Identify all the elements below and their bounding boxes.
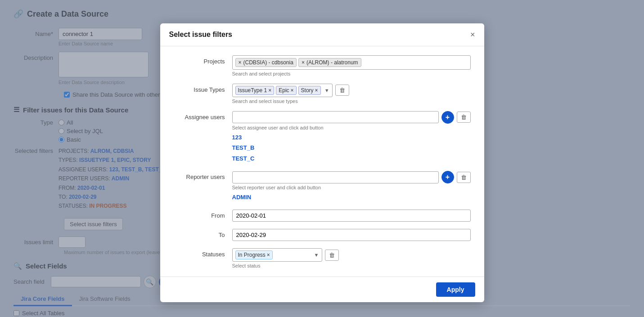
- issue-types-row: Issue Types IssueType 1 × Epic ×: [174, 84, 471, 104]
- to-content: [232, 229, 471, 241]
- dropdown-arrow-icon: ▼: [324, 88, 329, 93]
- modal-body: Projects × (CDBSIA) - cdbsonia × (ALROM)…: [160, 46, 484, 277]
- issue-types-label: Issue Types: [174, 84, 232, 93]
- modal-footer: Apply: [160, 277, 484, 302]
- reporter-user-admin: ADMIN: [232, 192, 471, 202]
- type-tag-x[interactable]: ×: [291, 87, 294, 94]
- type-tag-x[interactable]: ×: [315, 87, 318, 94]
- assignee-hint: Select assignee user and click add butto…: [232, 125, 471, 130]
- statuses-clear-button[interactable]: 🗑: [325, 250, 339, 261]
- reporter-clear-button[interactable]: 🗑: [457, 172, 471, 183]
- assignee-user-123: 123: [232, 132, 471, 143]
- tag-x[interactable]: ×: [239, 59, 242, 66]
- modal-title: Select issue filters: [169, 31, 233, 39]
- assignee-row: Assignee users + 🗑 Select assignee user …: [174, 111, 471, 164]
- projects-content: × (CDBSIA) - cdbsonia × (ALROM) - alatro…: [232, 55, 471, 76]
- issue-types-dropdown[interactable]: IssueType 1 × Epic × Story × ▼: [232, 84, 333, 97]
- from-row: From: [174, 210, 471, 222]
- projects-hint: Search and select projects: [232, 71, 471, 76]
- assignee-label: Assignee users: [174, 111, 232, 121]
- statuses-label: Statuses: [174, 248, 232, 258]
- modal-header: Select issue filters ×: [160, 23, 484, 46]
- statuses-dropdown[interactable]: In Progress × ▼: [232, 248, 322, 262]
- issue-types-hint: Search and select issue types: [232, 98, 471, 104]
- tag-x[interactable]: ×: [302, 59, 305, 66]
- assignee-user-testc: TEST_C: [232, 153, 471, 164]
- project-tag-alrom: × (ALROM) - alatronum: [298, 58, 361, 67]
- to-input[interactable]: [232, 229, 471, 241]
- reporter-hint: Select reporter user and click add butto…: [232, 185, 471, 190]
- assignee-add-button[interactable]: +: [441, 111, 454, 124]
- from-label: From: [174, 210, 232, 219]
- to-label: To: [174, 229, 232, 238]
- reporter-add-button[interactable]: +: [441, 171, 454, 183]
- issue-types-controls: IssueType 1 × Epic × Story × ▼: [232, 84, 471, 97]
- assignee-user-list: 123 TEST_B TEST_C: [232, 132, 471, 164]
- statuses-row: Statuses In Progress × ▼ 🗑 Select status: [174, 248, 471, 268]
- reporter-user-list: ADMIN: [232, 192, 471, 202]
- statuses-content: In Progress × ▼ 🗑 Select status: [232, 248, 471, 268]
- apply-button[interactable]: Apply: [436, 282, 475, 297]
- statuses-dropdown-arrow: ▼: [314, 252, 319, 258]
- project-tag-cdbsia: × (CDBSIA) - cdbsonia: [235, 58, 297, 67]
- issue-types-content: IssueType 1 × Epic × Story × ▼: [232, 84, 471, 104]
- status-tag-x[interactable]: ×: [267, 252, 270, 258]
- reporter-content: + 🗑 Select reporter user and click add b…: [232, 171, 471, 202]
- issue-types-clear-button[interactable]: 🗑: [335, 85, 349, 96]
- assignee-clear-button[interactable]: 🗑: [457, 112, 471, 123]
- reporter-input[interactable]: [232, 171, 439, 183]
- assignee-content: + 🗑 Select assignee user and click add b…: [232, 111, 471, 164]
- projects-tag-input[interactable]: × (CDBSIA) - cdbsonia × (ALROM) - alatro…: [232, 55, 471, 70]
- assignee-input[interactable]: [232, 111, 439, 123]
- reporter-label: Reporter users: [174, 171, 232, 180]
- modal: Select issue filters × Projects × (CDBSI…: [160, 23, 484, 302]
- from-content: [232, 210, 471, 222]
- statuses-hint: Select status: [232, 263, 471, 268]
- assignee-input-row: + 🗑: [232, 111, 471, 124]
- type-tag-epic: Epic ×: [276, 86, 296, 95]
- projects-row: Projects × (CDBSIA) - cdbsonia × (ALROM)…: [174, 55, 471, 76]
- statuses-controls: In Progress × ▼ 🗑: [232, 248, 471, 262]
- assignee-user-testb: TEST_B: [232, 143, 471, 153]
- modal-overlay: Select issue filters × Projects × (CDBSI…: [0, 0, 644, 317]
- modal-close-button[interactable]: ×: [470, 31, 475, 39]
- reporter-input-row: + 🗑: [232, 171, 471, 183]
- type-tag-x[interactable]: ×: [268, 87, 271, 94]
- type-tag-issuetype1: IssueType 1 ×: [235, 86, 275, 95]
- projects-modal-label: Projects: [174, 55, 232, 65]
- to-row: To: [174, 229, 471, 241]
- reporter-row: Reporter users + 🗑 Select reporter user …: [174, 171, 471, 202]
- type-tag-story: Story ×: [298, 86, 321, 95]
- status-tag-inprogress: In Progress ×: [235, 250, 273, 259]
- from-input[interactable]: [232, 210, 471, 222]
